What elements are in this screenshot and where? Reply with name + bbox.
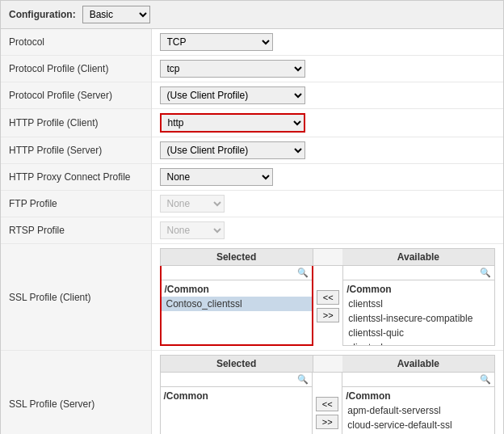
ssl-client-available-item-3[interactable]: clientssl-secure [343,340,494,345]
protocol-profile-server-row: Protocol Profile (Server) (Use Client Pr… [1,82,503,109]
ssl-client-row: SSL Profile (Client) Selected Available [1,244,503,351]
ssl-server-btn-right[interactable]: >> [316,415,338,429]
ssl-server-available-item-0[interactable]: apm-default-serverssl [342,403,494,418]
ssl-server-available-item-1[interactable]: cloud-service-default-ssl [342,418,494,432]
ssl-client-cell: Selected Available 🔍 [151,244,503,351]
ssl-client-panels: 🔍 /Common Contoso_clientssl << >> [160,266,496,346]
ssl-client-selected-item-0[interactable]: Contoso_clientssl [162,297,313,311]
ftp-profile-select[interactable]: None [160,195,225,213]
ssl-server-available-header: Available [342,355,495,373]
ssl-server-label: SSL Profile (Server) [1,351,151,435]
ssl-client-available-list[interactable]: /Common clientssl clientssl-insecure-com… [343,280,494,345]
ssl-client-selected-search: 🔍 [162,266,313,280]
protocol-profile-server-select[interactable]: (Use Client Profile) tcp [160,86,305,104]
protocol-select[interactable]: TCP UDP SCTP [160,33,273,51]
protocol-profile-server-label: Protocol Profile (Server) [1,82,151,109]
ssl-server-arrows: << >> [313,373,342,434]
page-wrapper: Configuration: Basic Advanced Protocol T… [0,0,504,434]
rtsp-profile-label: RTSP Profile [1,217,151,244]
rtsp-profile-row: RTSP Profile None [1,217,503,244]
ssl-client-available-item-1[interactable]: clientssl-insecure-compatible [343,311,494,326]
ssl-client-selected-search-icon: 🔍 [297,268,309,278]
ssl-server-available-search-icon: 🔍 [480,374,491,385]
protocol-profile-client-select[interactable]: tcp tcp-lan-optimized tcp-wan-optimized [160,60,305,78]
rtsp-profile-select[interactable]: None [160,221,225,239]
ssl-client-selected-search-input[interactable] [165,268,296,278]
ssl-client-available-group: /Common [343,282,494,297]
protocol-label: Protocol [1,29,151,56]
config-select[interactable]: Basic Advanced [82,6,150,23]
http-profile-server-cell: (Use Client Profile) http [151,137,503,164]
ssl-server-headers: Selected Available [160,355,496,373]
ssl-client-headers: Selected Available [160,248,496,266]
ssl-client-btn-left[interactable]: << [317,290,339,305]
http-proxy-connect-cell: None [151,164,503,191]
http-proxy-connect-label: HTTP Proxy Connect Profile [1,164,151,191]
http-profile-server-select[interactable]: (Use Client Profile) http [160,141,305,159]
ssl-server-wrapper: Selected Available 🔍 [160,355,496,434]
ssl-server-selected-group: /Common [161,389,313,403]
http-proxy-connect-select[interactable]: None [160,168,273,186]
ftp-profile-cell: None [151,191,503,217]
http-profile-client-select[interactable]: http http-explicit (Use Client Profile) [160,113,305,133]
http-profile-client-row: HTTP Profile (Client) http http-explicit… [1,109,503,137]
ssl-server-cell: Selected Available 🔍 [151,351,503,435]
ssl-client-available-header: Available [342,248,495,266]
ssl-server-selected-search: 🔍 [161,373,313,387]
protocol-profile-client-cell: tcp tcp-lan-optimized tcp-wan-optimized [151,56,503,82]
ssl-client-available-search-icon: 🔍 [480,268,491,278]
config-header: Configuration: Basic Advanced [1,1,503,29]
ssl-client-available-item-0[interactable]: clientssl [343,297,494,311]
config-label: Configuration: [9,9,76,20]
ssl-client-btn-right[interactable]: >> [317,308,339,322]
ssl-client-wrapper: Selected Available 🔍 [160,248,496,346]
protocol-row: Protocol TCP UDP SCTP [1,29,503,56]
ssl-client-available-item-2[interactable]: clientssl-quic [343,326,494,340]
ssl-client-selected-panel: 🔍 /Common Contoso_clientssl [160,266,314,346]
ssl-server-row: SSL Profile (Server) Selected Available [1,351,503,435]
ssl-server-selected-list[interactable]: /Common [161,387,313,434]
protocol-profile-client-row: Protocol Profile (Client) tcp tcp-lan-op… [1,56,503,82]
http-proxy-connect-row: HTTP Proxy Connect Profile None [1,164,503,191]
rtsp-profile-cell: None [151,217,503,244]
http-profile-client-label: HTTP Profile (Client) [1,109,151,137]
ssl-client-available-panel: 🔍 /Common clientssl clientssl-insecure-c… [342,266,495,346]
http-profile-server-row: HTTP Profile (Server) (Use Client Profil… [1,137,503,164]
ftp-profile-row: FTP Profile None [1,191,503,217]
ssl-server-panels: 🔍 /Common << >> [160,373,496,434]
form-table: Protocol TCP UDP SCTP Protocol Profile (… [1,29,503,434]
ssl-server-available-search: 🔍 [342,373,494,387]
ssl-client-available-search-input[interactable] [346,268,478,278]
protocol-value-cell: TCP UDP SCTP [151,29,503,56]
ssl-client-label: SSL Profile (Client) [1,244,151,351]
protocol-profile-client-label: Protocol Profile (Client) [1,56,151,82]
ssl-server-available-search-input[interactable] [346,375,478,385]
ssl-client-selected-header: Selected [160,248,313,266]
ssl-server-btn-left[interactable]: << [316,397,338,411]
ssl-server-selected-search-icon: 🔍 [297,374,309,385]
ssl-server-selected-panel: 🔍 /Common [160,373,313,434]
ssl-server-available-panel: 🔍 /Common apm-default-serverssl cloud-se… [342,373,495,434]
http-profile-client-cell: http http-explicit (Use Client Profile) [151,109,503,137]
ssl-client-arrows: << >> [313,266,342,346]
ssl-server-available-list[interactable]: /Common apm-default-serverssl cloud-serv… [342,387,494,434]
ssl-server-selected-search-input[interactable] [164,375,296,385]
ssl-client-available-search: 🔍 [343,266,494,280]
ftp-profile-label: FTP Profile [1,191,151,217]
http-profile-server-label: HTTP Profile (Server) [1,137,151,164]
ssl-server-selected-header: Selected [160,355,313,373]
ssl-server-available-group: /Common [342,389,494,403]
protocol-profile-server-cell: (Use Client Profile) tcp [151,82,503,109]
ssl-client-selected-group: /Common [162,282,313,297]
ssl-client-selected-list[interactable]: /Common Contoso_clientssl [162,280,313,344]
